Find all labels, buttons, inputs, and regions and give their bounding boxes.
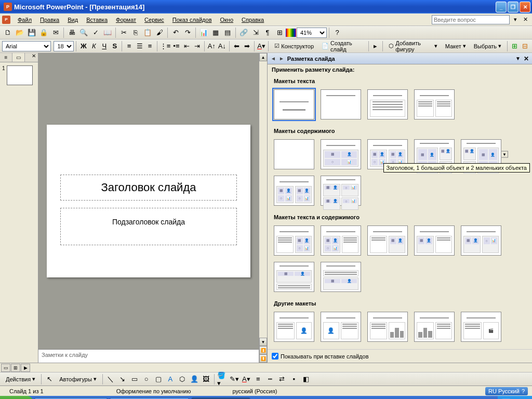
picture-icon[interactable]: 🖼 (201, 374, 212, 385)
layout-four-content[interactable]: ▦👤○📊 ▦👤○📊 (274, 176, 314, 206)
thumbnail-preview[interactable] (7, 65, 33, 85)
layout-text-content-3[interactable]: ▦👤 (367, 225, 408, 256)
paste-icon[interactable]: 📋 (142, 27, 153, 38)
layout-other-5[interactable]: 🎬 (461, 312, 501, 342)
preview-icon[interactable]: 🔍 (78, 27, 89, 38)
chart-icon[interactable]: 📊 (198, 27, 209, 38)
select-button[interactable]: Выбрать ▾ (470, 41, 505, 52)
menu-help[interactable]: Справка (237, 15, 268, 24)
slide[interactable]: Заголовок слайда Подзаголовок слайда (47, 125, 250, 277)
redo-icon[interactable]: ↷ (182, 27, 193, 38)
numbering-icon[interactable]: ⋮≡ (159, 41, 171, 52)
new-slide-button[interactable]: 📄 Создать слайд (318, 41, 366, 52)
menu-edit[interactable]: Правка (36, 15, 63, 24)
layout-title-slide[interactable] (274, 89, 314, 119)
arrow-style-icon[interactable]: ⇄ (276, 374, 288, 385)
line-style-icon[interactable]: ≡ (252, 374, 264, 385)
slide-title-placeholder[interactable]: Заголовок слайда (60, 175, 237, 201)
org-chart-icon[interactable]: ⊞ (510, 41, 520, 52)
font-color-icon[interactable]: A▾ (256, 41, 266, 52)
slide-thumbnail[interactable]: 1 (2, 65, 36, 85)
fill-color-icon[interactable]: 🪣▾ (217, 374, 228, 385)
table-icon[interactable]: ▦ (210, 27, 221, 38)
design-button[interactable]: ☑ Конструктор (271, 41, 317, 52)
menu-file[interactable]: Файл (14, 15, 36, 24)
select-arrow-icon[interactable]: ↖ (44, 374, 55, 385)
spell-icon[interactable]: ✓ (90, 27, 101, 38)
maximize-button[interactable]: ❐ (508, 2, 518, 12)
actions-button[interactable]: Действия ▾ (2, 374, 39, 385)
outline-tab[interactable]: ≡ (0, 53, 12, 62)
layout-other-3[interactable] (367, 312, 408, 342)
arrow-icon[interactable]: ↘ (117, 374, 128, 385)
undo-icon[interactable]: ↶ (170, 27, 181, 38)
expand-icon[interactable]: ⇲ (250, 27, 261, 38)
layout-button[interactable]: Макет ▾ (442, 41, 470, 52)
font-dropdown[interactable]: Arial (2, 41, 51, 51)
task-back-icon[interactable]: ◄ (271, 56, 276, 61)
start-button[interactable]: пуск (0, 396, 33, 399)
indent-icon[interactable]: ⇥ (192, 41, 202, 52)
open-icon[interactable]: 📂 (14, 27, 25, 38)
increase-indent-icon[interactable]: ➡ (242, 41, 252, 52)
align-right-icon[interactable]: ≡ (145, 41, 155, 52)
slideshow-view-icon[interactable]: ▶ (21, 364, 30, 372)
menu-tools[interactable]: Сервис (140, 15, 168, 24)
grid-icon[interactable]: ⊞ (274, 27, 285, 38)
layout-text-content-6[interactable]: ▦👤 (274, 262, 314, 292)
layout-content[interactable]: ▦👤○📊 (321, 139, 361, 169)
zoom-dropdown[interactable]: 41% (297, 28, 327, 38)
slides-tab[interactable]: ▭ (12, 53, 25, 62)
menu-insert[interactable]: Вставка (82, 15, 112, 24)
align-left-icon[interactable]: ≡ (124, 41, 134, 52)
decrease-indent-icon[interactable]: ⬅ (232, 41, 242, 52)
hyperlink-icon[interactable]: 🔗 (238, 27, 249, 38)
layout-other-2[interactable]: 👤 (321, 312, 361, 342)
layout-text-content-4[interactable]: ▦👤 (414, 225, 455, 256)
more-icon[interactable]: ▸ (370, 41, 380, 52)
menu-format[interactable]: Формат (112, 15, 140, 24)
format-painter-icon[interactable]: 🖌 (154, 27, 165, 38)
oval-icon[interactable]: ○ (141, 374, 152, 385)
layout-text-content-2[interactable]: ▦👤○📊 (321, 225, 361, 256)
cut-icon[interactable]: ✂ (118, 27, 129, 38)
dash-style-icon[interactable]: ┅ (264, 374, 276, 385)
layout-list[interactable]: Макеты текста Макеты содержимого (268, 75, 532, 349)
minimize-button[interactable]: _ (496, 2, 507, 12)
slide-canvas[interactable]: Заголовок слайда Подзаголовок слайда (38, 53, 259, 349)
italic-icon[interactable]: К (89, 41, 99, 52)
textbox-icon[interactable]: ▢ (153, 374, 164, 385)
task-close-icon[interactable]: ✕ (524, 55, 529, 62)
help-icon[interactable]: ? (331, 27, 343, 38)
sorter-view-icon[interactable]: ⊞ (11, 364, 20, 372)
layout-two-column-text[interactable] (414, 89, 455, 119)
help-search[interactable] (432, 15, 510, 24)
layout-title-only[interactable] (321, 89, 361, 119)
line-color-icon[interactable]: ✎▾ (229, 374, 240, 385)
print-icon[interactable]: 🖶 (66, 27, 77, 38)
align-center-icon[interactable]: ☰ (135, 41, 144, 52)
tables-borders-icon[interactable]: ▤ (222, 27, 233, 38)
scroll-down-icon[interactable]: ▼ (259, 338, 267, 346)
menu-window[interactable]: Окно (216, 15, 238, 24)
lang-help-icon[interactable]: ? (522, 388, 525, 394)
3d-style-icon[interactable]: ◧ (300, 374, 312, 385)
menu-slideshow[interactable]: Показ слайдов (168, 15, 216, 24)
layout-title-text[interactable] (367, 89, 408, 119)
doc-close-button[interactable]: ✕ (521, 16, 530, 23)
slide-subtitle-placeholder[interactable]: Подзаголовок слайда (60, 208, 237, 245)
layout-other-1[interactable]: 👤 (274, 312, 314, 342)
menu-view[interactable]: Вид (63, 15, 82, 24)
menu-dropdown-icon[interactable]: ▾ (512, 16, 519, 23)
email-icon[interactable]: ✉ (50, 27, 61, 38)
save-icon[interactable]: 💾 (26, 27, 37, 38)
font-color-icon-draw[interactable]: A▾ (241, 374, 252, 385)
rectangle-icon[interactable]: ▭ (129, 374, 140, 385)
layout-text-content-5[interactable]: ▦👤○📊 (461, 225, 501, 256)
layout-four-objects[interactable]: ▦👤 ○📊 ▦👤 ○📊 (321, 176, 361, 206)
panel-close-icon[interactable]: ✕ (30, 53, 38, 62)
shadow-icon[interactable]: S (110, 41, 119, 52)
outdent-icon[interactable]: ⇤ (182, 41, 192, 52)
diagram-icon[interactable]: ⬡ (177, 374, 188, 385)
layout-text-content-7[interactable]: ▦👤 (321, 262, 361, 292)
